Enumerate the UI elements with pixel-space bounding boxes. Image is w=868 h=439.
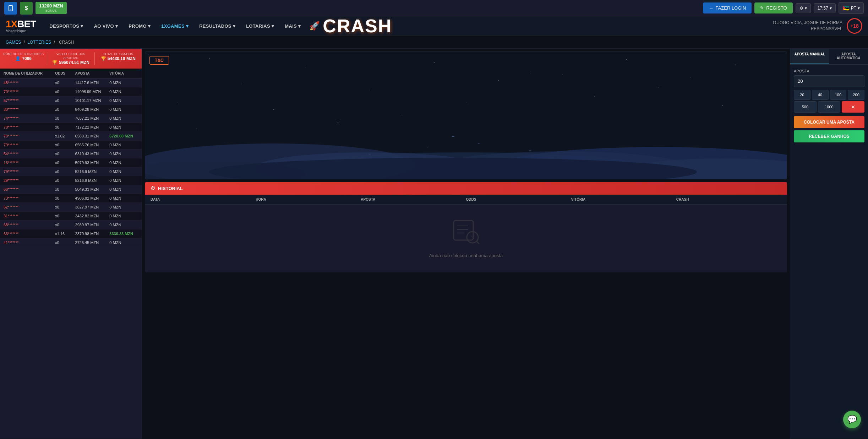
breadcrumb-separator: / [54, 40, 56, 45]
row-username: 31******* [4, 214, 55, 218]
logo-region: Mozambique [6, 29, 36, 33]
tab-auto[interactable]: APOSTA AUTOMÁTICA [829, 49, 868, 64]
historial-empty-text: Ainda não colocou nenhuma aposta [429, 253, 503, 258]
chevron-down-icon: ▾ [148, 23, 151, 29]
language-selector[interactable]: 🇲🇿 PT ▾ [839, 2, 864, 14]
row-vitoria: 6720.08 MZN [109, 134, 138, 138]
svg-point-11 [478, 143, 480, 144]
row-odds: x0 [55, 116, 75, 120]
svg-point-12 [427, 147, 428, 147]
row-username: 48******* [4, 81, 55, 85]
table-row: 79******* x0 5216.9 MZN 0 MZN [0, 167, 142, 176]
row-aposta: 5216.9 MZN [75, 178, 110, 183]
row-odds: x0 [55, 240, 75, 245]
row-odds: x0 [55, 223, 75, 227]
historial-section: ⏱ HISTORIAL DATA HORA APOSTA ODDS VITÓRI… [145, 182, 787, 272]
svg-rect-15 [454, 221, 473, 240]
row-odds: x0 [55, 81, 75, 85]
row-vitoria: 0 MZN [109, 205, 138, 209]
breadcrumb-games[interactable]: GAMES [6, 40, 21, 45]
login-button[interactable]: → FAZER LOGIN [703, 2, 752, 13]
players-count: 7096 [22, 56, 32, 61]
cloud-area [145, 108, 787, 179]
toc-button[interactable]: T&C [149, 56, 169, 65]
nav-item-resultados[interactable]: RESULTADOS ▾ [194, 16, 240, 36]
preset-200[interactable]: 200 [848, 90, 864, 100]
register-icon: ✎ [760, 5, 764, 11]
row-aposta: 10101.17 MZN [75, 98, 110, 103]
mobile-icon[interactable] [4, 2, 17, 15]
star [562, 75, 563, 75]
left-panel: Número de jogadores 👤 7096 Valor total d… [0, 49, 142, 439]
nav-item-promo[interactable]: PROMO ▾ [124, 16, 155, 36]
players-icon: 👤 [15, 56, 21, 61]
nav-item-lotarias[interactable]: LOTARIAS ▾ [241, 16, 279, 36]
row-aposta: 14417.6 MZN [75, 81, 110, 85]
table-row: 68******* x0 2989.97 MZN 0 MZN [0, 221, 142, 229]
nav-item-mais[interactable]: MAIS ▾ [280, 16, 306, 36]
preset-100[interactable]: 100 [830, 90, 847, 100]
table-row: 41******* x0 2725.45 MZN 0 MZN [0, 238, 142, 247]
chevron-down-icon: ▾ [805, 6, 807, 11]
preset-500[interactable]: 500 [794, 101, 817, 113]
breadcrumb-lotteries[interactable]: LOTTERIES [27, 40, 51, 45]
dollar-icon[interactable]: $ [20, 2, 33, 15]
bet-presets-row1: 20 40 100 200 [794, 90, 864, 100]
bets-icon: 🏆 [52, 60, 58, 65]
row-username: 79******* [4, 134, 55, 138]
row-aposta: 2870.98 MZN [75, 232, 110, 236]
register-button[interactable]: ✎ REGISTO [754, 2, 792, 13]
row-vitoria: 0 MZN [109, 90, 138, 94]
preset-20[interactable]: 20 [794, 90, 810, 100]
preset-clear[interactable]: ✕ [842, 101, 864, 113]
svg-point-1 [10, 9, 11, 10]
row-odds: x0 [55, 205, 75, 209]
row-odds: x0 [55, 161, 75, 165]
chat-button[interactable]: 💬 [843, 411, 861, 428]
row-username: 62******* [4, 205, 55, 209]
nav-item-ao-vivo[interactable]: AO VIVO ▾ [89, 16, 123, 36]
row-aposta: 8409.28 MZN [75, 107, 110, 112]
settings-button[interactable]: ⚙ ▾ [796, 3, 811, 13]
logo-bet-text: BET [17, 18, 36, 29]
row-odds: x0 [55, 214, 75, 218]
table-row: 79******* x0 6565.76 MZN 0 MZN [0, 141, 142, 150]
logo-1x-text: 1X [6, 18, 17, 29]
nav-bar: 1XBET Mozambique DESPORTOS ▾ AO VIVO ▾ P… [0, 16, 868, 36]
historial-header: ⏱ HISTORIAL [145, 182, 787, 195]
table-row: 29******* x0 5216.9 MZN 0 MZN [0, 176, 142, 185]
row-vitoria: 0 MZN [109, 187, 138, 191]
table-row: 13******* x0 5979.93 MZN 0 MZN [0, 158, 142, 167]
table-header: NOME DE UTILIZADOR ODDS APOSTA VITÓRIA [0, 69, 142, 78]
row-username: 30******* [4, 107, 55, 112]
nav-item-1xgames[interactable]: 1XGAMES ▾ [156, 16, 193, 36]
chevron-down-icon: ▾ [830, 6, 832, 11]
row-odds: x0 [55, 187, 75, 191]
row-aposta: 5049.33 MZN [75, 187, 110, 191]
row-odds: x1.16 [55, 232, 75, 236]
tab-manual[interactable]: APOSTA MANUAL [790, 49, 829, 64]
row-username: 13******* [4, 161, 55, 165]
star [735, 65, 736, 65]
chat-icon: 💬 [847, 415, 857, 424]
historial-empty: Ainda não colocou nenhuma aposta [145, 205, 787, 272]
row-vitoria: 0 MZN [109, 107, 138, 112]
row-username: 63******* [4, 232, 55, 236]
preset-40[interactable]: 40 [812, 90, 829, 100]
svg-point-14 [369, 154, 371, 155]
table-row: 31******* x0 3432.82 MZN 0 MZN [0, 212, 142, 221]
table-row: 66******* x0 5049.33 MZN 0 MZN [0, 185, 142, 194]
row-aposta: 2725.45 MZN [75, 240, 110, 245]
row-odds: x0 [55, 107, 75, 112]
nav-items: DESPORTOS ▾ AO VIVO ▾ PROMO ▾ 1XGAMES ▾ … [44, 15, 773, 37]
preset-1000[interactable]: 1000 [818, 101, 841, 113]
nav-logo[interactable]: 1XBET Mozambique [6, 19, 36, 33]
aposta-input[interactable] [794, 75, 864, 87]
bonus-badge[interactable]: 13200 MZN BÓNUS [36, 2, 67, 14]
crash-title: CRASH [323, 15, 392, 37]
place-bet-button[interactable]: COLOCAR UMA APOSTA [794, 116, 864, 128]
nav-item-desportos[interactable]: DESPORTOS ▾ [44, 16, 88, 36]
bet-content: Aposta 20 40 100 200 500 1000 ✕ COLOCAR … [790, 65, 868, 147]
receive-winnings-button[interactable]: RECEBER GANHOS [794, 130, 864, 142]
row-aposta: 5216.9 MZN [75, 169, 110, 174]
